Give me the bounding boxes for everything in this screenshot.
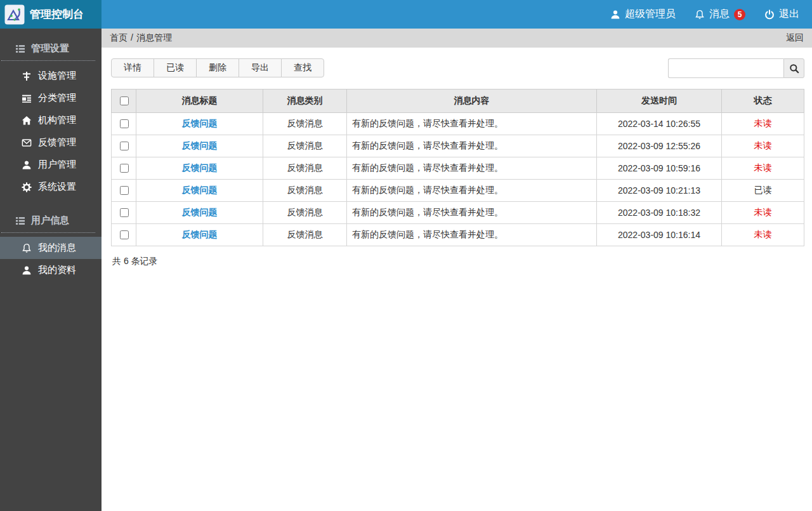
sidebar-section-userinfo: 用户信息 (0, 207, 102, 232)
gear-icon (22, 182, 32, 192)
messages-label: 消息 (709, 8, 730, 21)
message-time: 2022-03-09 10:18:32 (597, 202, 722, 224)
header-message-content: 消息内容 (347, 90, 597, 113)
toolbar: 详情 已读 删除 导出 查找 (111, 58, 804, 78)
logout-label: 退出 (779, 8, 799, 21)
detail-button[interactable]: 详情 (111, 58, 154, 77)
search-box (668, 58, 804, 78)
header-message-category: 消息类别 (263, 90, 347, 113)
sidebar-section-title: 管理设置 (31, 43, 69, 55)
top-bar: 管理控制台 超级管理员 消息 5 退出 (0, 0, 812, 29)
current-user-label: 超级管理员 (625, 8, 676, 21)
message-title-link[interactable]: 反馈问题 (182, 229, 218, 239)
breadcrumb-home-link[interactable]: 首页 (110, 32, 128, 44)
sidebar-item-feedback[interactable]: 反馈管理 (0, 131, 102, 154)
row-checkbox[interactable] (120, 142, 129, 150)
message-status: 未读 (722, 202, 804, 224)
sidebar-item-label: 系统设置 (38, 181, 76, 193)
header-checkbox-cell (112, 90, 136, 113)
search-icon (789, 63, 799, 74)
list-icon (15, 44, 25, 54)
mark-read-button[interactable]: 已读 (154, 58, 197, 77)
header-status: 状态 (722, 90, 804, 113)
bell-icon (695, 10, 705, 20)
message-category: 反馈消息 (263, 202, 347, 224)
facility-icon (22, 71, 32, 81)
message-content: 有新的反馈问题，请尽快查看并处理。 (347, 157, 597, 180)
power-icon (764, 10, 775, 20)
sidebar-item-my-messages[interactable]: 我的消息 (0, 237, 102, 259)
row-checkbox[interactable] (120, 208, 129, 217)
breadcrumb-bar: 首页 / 消息管理 返回 (102, 29, 812, 48)
message-category: 反馈消息 (263, 113, 347, 135)
message-content: 有新的反馈问题，请尽快查看并处理。 (347, 180, 597, 202)
category-icon (22, 93, 32, 103)
sidebar-item-label: 用户管理 (38, 159, 76, 171)
search-input[interactable] (668, 58, 783, 78)
find-button[interactable]: 查找 (281, 58, 324, 77)
main-area: 首页 / 消息管理 返回 详情 已读 删除 导出 查找 (102, 29, 812, 511)
sidebar-item-label: 分类管理 (38, 92, 76, 104)
logout-button[interactable]: 退出 (764, 8, 799, 21)
row-checkbox[interactable] (120, 119, 129, 128)
message-content: 有新的反馈问题，请尽快查看并处理。 (347, 135, 597, 157)
breadcrumb-separator: / (131, 32, 133, 44)
user-icon (22, 265, 32, 275)
message-title-link[interactable]: 反馈问题 (182, 140, 218, 150)
sidebar-item-users[interactable]: 用户管理 (0, 154, 102, 176)
message-status: 未读 (722, 157, 804, 180)
message-category: 反馈消息 (263, 135, 347, 157)
message-title-link[interactable]: 反馈问题 (182, 185, 218, 195)
table-row: 反馈问题 反馈消息 有新的反馈问题，请尽快查看并处理。 2022-03-09 1… (112, 224, 804, 246)
message-content: 有新的反馈问题，请尽快查看并处理。 (347, 113, 597, 135)
export-button[interactable]: 导出 (239, 58, 282, 77)
message-content: 有新的反馈问题，请尽快查看并处理。 (347, 224, 597, 246)
back-link[interactable]: 返回 (786, 32, 804, 44)
sidebar-item-my-profile[interactable]: 我的资料 (0, 259, 102, 281)
row-checkbox[interactable] (120, 164, 129, 173)
message-title-link[interactable]: 反馈问题 (182, 163, 218, 173)
messages-table: 消息标题 消息类别 消息内容 发送时间 状态 反馈问题 反馈消息 有新的反馈问题… (111, 89, 804, 246)
action-button-group: 详情 已读 删除 导出 查找 (111, 58, 324, 77)
search-button[interactable] (783, 58, 804, 78)
table-row: 反馈问题 反馈消息 有新的反馈问题，请尽快查看并处理。 2022-03-14 1… (112, 113, 804, 135)
message-time: 2022-03-09 10:59:16 (597, 157, 722, 180)
delete-button[interactable]: 删除 (196, 58, 239, 77)
messages-count-badge: 5 (734, 9, 745, 20)
sidebar-item-settings[interactable]: 系统设置 (0, 176, 102, 198)
sidebar-item-facility[interactable]: 设施管理 (0, 65, 102, 87)
current-user[interactable]: 超级管理员 (610, 8, 676, 21)
message-category: 反馈消息 (263, 224, 347, 246)
app-title: 管理控制台 (30, 7, 84, 22)
table-row: 反馈问题 反馈消息 有新的反馈问题，请尽快查看并处理。 2022-03-09 1… (112, 202, 804, 224)
breadcrumb: 首页 / 消息管理 (110, 32, 172, 44)
mail-icon (22, 138, 32, 148)
row-checkbox[interactable] (120, 230, 129, 239)
select-all-checkbox[interactable] (120, 96, 129, 105)
message-time: 2022-03-09 10:21:13 (597, 180, 722, 202)
sidebar-item-label: 我的消息 (38, 242, 76, 254)
message-title-link[interactable]: 反馈问题 (182, 207, 218, 217)
table-row: 反馈问题 反馈消息 有新的反馈问题，请尽快查看并处理。 2022-03-09 1… (112, 180, 804, 202)
header-message-title: 消息标题 (136, 90, 263, 113)
bell-icon (22, 243, 32, 253)
header-send-time: 发送时间 (597, 90, 722, 113)
sidebar-item-organization[interactable]: 机构管理 (0, 109, 102, 131)
sidebar-item-category[interactable]: 分类管理 (0, 87, 102, 109)
sidebar-item-label: 反馈管理 (38, 136, 76, 149)
sidebar-item-label: 我的资料 (38, 264, 76, 276)
record-count-summary: 共 6 条记录 (112, 256, 803, 267)
message-status: 未读 (722, 135, 804, 157)
row-checkbox[interactable] (120, 186, 129, 195)
app-logo-icon (4, 4, 25, 25)
message-title-link[interactable]: 反馈问题 (182, 118, 218, 128)
sidebar-item-label: 机构管理 (38, 114, 76, 126)
sidebar-item-label: 设施管理 (38, 70, 76, 82)
table-row: 反馈问题 反馈消息 有新的反馈问题，请尽快查看并处理。 2022-03-09 1… (112, 157, 804, 180)
message-category: 反馈消息 (263, 180, 347, 202)
message-status: 未读 (722, 113, 804, 135)
sidebar-section-admin: 管理设置 (0, 35, 102, 60)
message-status: 已读 (722, 180, 804, 202)
messages-button[interactable]: 消息 5 (695, 8, 745, 21)
divider (1, 60, 95, 61)
